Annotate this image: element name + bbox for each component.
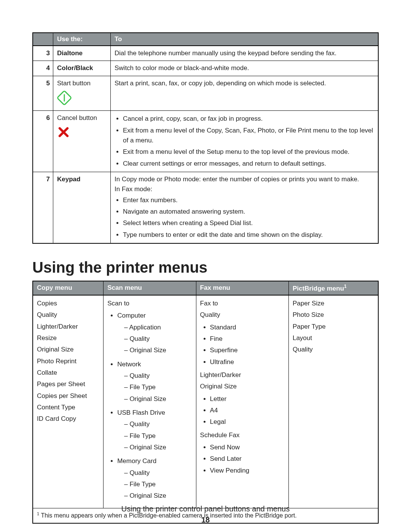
scan-menu-cell: Scan toComputerApplicationQualityOrigina… <box>104 295 196 508</box>
list-item: File Type <box>124 479 192 490</box>
list-item: Layout <box>293 332 374 344</box>
th-pict: PictBridge menu1 <box>288 281 378 295</box>
list-item: Pages per Sheet <box>37 379 99 390</box>
list-item: View Pending <box>210 465 285 476</box>
table-row: 6Cancel buttonCancel a print, copy, scan… <box>33 111 378 172</box>
list-item: Original Size <box>37 344 99 355</box>
list-item: Cancel a print, copy, scan, or fax job i… <box>123 113 374 125</box>
list-item: Photo Reprint <box>37 356 99 367</box>
list-item: Collate <box>37 367 99 379</box>
list-item: Copies per Sheet <box>37 390 99 402</box>
list-item: Superfine <box>210 345 285 356</box>
list-item: Application <box>124 322 192 333</box>
list-item: A4 <box>210 405 285 416</box>
row-desc: Dial the telephone number manually using… <box>111 46 379 61</box>
list-item: Ultrafine <box>210 356 285 368</box>
list-item: Fax to <box>200 298 285 309</box>
list-item: Select letters when creating a Speed Dia… <box>123 217 374 229</box>
row-name: Color/Black <box>53 61 111 76</box>
th-pict-sup: 1 <box>344 284 347 289</box>
list-item: Copies <box>37 298 99 309</box>
list-item: ComputerApplicationQualityOriginal Size <box>117 310 192 358</box>
list-item: Standard <box>210 322 285 333</box>
footer-page: 18 <box>0 516 411 524</box>
list-item: Clear current settings or error messages… <box>123 158 374 169</box>
list-item: Original Size <box>124 442 192 453</box>
list-item: Fine <box>210 333 285 345</box>
list-item: ID Card Copy <box>37 413 99 425</box>
list-item: Quality <box>124 333 192 345</box>
page-footer: Using the printer control panel buttons … <box>0 505 411 524</box>
th-copy: Copy menu <box>33 281 104 295</box>
list-item: Original Size <box>200 381 285 392</box>
pict-menu-cell: Paper SizePhoto SizePaper TypeLayoutQual… <box>288 295 378 508</box>
list-item: File Type <box>124 430 192 442</box>
list-item: Original Size <box>124 393 192 405</box>
section-heading: Using the printer menus <box>32 259 379 276</box>
list-item: Quality <box>124 467 192 479</box>
list-item: Type numbers to enter or edit the date a… <box>123 229 374 241</box>
menus-table: Copy menu Scan menu Fax menu PictBridge … <box>32 281 379 524</box>
list-item: Send Later <box>210 453 285 465</box>
list-item: Memory CardQualityFile TypeOriginal Size <box>117 455 192 504</box>
row-desc: Switch to color mode or black-and-white … <box>111 61 379 76</box>
row-desc: In Copy mode or Photo mode: enter the nu… <box>111 172 379 244</box>
th-scan: Scan menu <box>104 281 196 295</box>
row-num: 3 <box>33 46 53 61</box>
list-item: Legal <box>210 416 285 428</box>
list-item: Send Now <box>210 442 285 453</box>
list-item: Lighter/Darker <box>37 321 99 332</box>
table-row: 5Start buttonStart a print, scan, fax, o… <box>33 76 378 111</box>
table-row: 7KeypadIn Copy mode or Photo mode: enter… <box>33 172 378 244</box>
list-item: Paper Type <box>293 321 374 332</box>
list-item: NetworkQualityFile TypeOriginal Size <box>117 359 192 407</box>
list-item: Original Size <box>124 345 192 356</box>
list-item: Quality <box>37 309 99 321</box>
th-use: Use the: <box>53 33 111 46</box>
list-item: Quality <box>200 309 285 321</box>
list-item: Letter <box>210 393 285 405</box>
th-pict-label: PictBridge menu <box>293 285 344 292</box>
th-to: To <box>111 33 379 46</box>
list-item: File Type <box>124 382 192 393</box>
row-num: 5 <box>33 76 53 111</box>
table-row: 4Color/BlackSwitch to color mode or blac… <box>33 61 378 76</box>
list-item: Enter fax numbers. <box>123 195 374 206</box>
row-name: Dialtone <box>53 46 111 61</box>
buttons-table: Use the: To 3DialtoneDial the telephone … <box>32 32 379 244</box>
table-row: 3DialtoneDial the telephone number manua… <box>33 46 378 61</box>
list-item: USB Flash DriveQualityFile TypeOriginal … <box>117 407 192 455</box>
list-item: Paper Size <box>293 298 374 309</box>
th-num <box>33 33 53 46</box>
list-item: Content Type <box>37 402 99 413</box>
row-name: Cancel button <box>53 111 111 172</box>
row-desc: Start a print, scan, fax, or copy job, d… <box>111 76 379 111</box>
row-num: 4 <box>33 61 53 76</box>
row-num: 6 <box>33 111 53 172</box>
row-name: Keypad <box>53 172 111 244</box>
footer-title: Using the printer control panel buttons … <box>0 505 411 513</box>
list-item: Quality <box>124 419 192 430</box>
list-item: Lighter/Darker <box>200 369 285 381</box>
list-item: Original Size <box>124 490 192 502</box>
list-item: Schedule Fax <box>200 430 285 441</box>
list-item: Scan to <box>107 298 192 309</box>
copy-menu-cell: CopiesQualityLighter/DarkerResizeOrigina… <box>33 295 104 508</box>
list-item: Photo Size <box>293 309 374 321</box>
list-item: Navigate an automated answering system. <box>123 206 374 217</box>
row-num: 7 <box>33 172 53 244</box>
row-name: Start button <box>53 76 111 111</box>
fax-menu-cell: Fax toQualityStandardFineSuperfineUltraf… <box>196 295 288 508</box>
cancel-icon <box>57 126 107 142</box>
list-item: Quality <box>124 370 192 382</box>
list-item: Exit from a menu level of the Copy, Scan… <box>123 125 374 147</box>
th-fax: Fax menu <box>196 281 288 295</box>
row-desc: Cancel a print, copy, scan, or fax job i… <box>111 111 379 172</box>
list-item: Quality <box>293 344 374 355</box>
list-item: Exit from a menu level of the Setup menu… <box>123 146 374 158</box>
start-icon <box>57 91 107 108</box>
list-item: Resize <box>37 332 99 344</box>
